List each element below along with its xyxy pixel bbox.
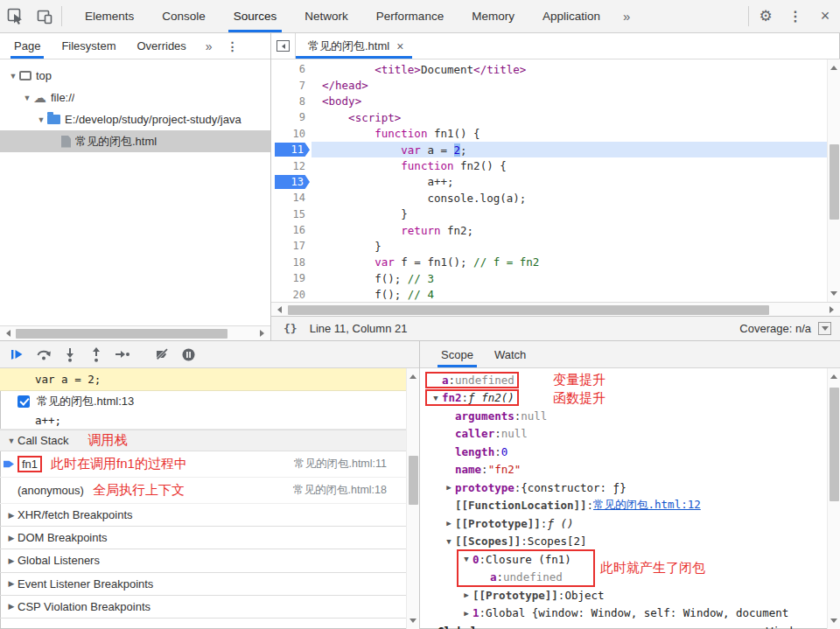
tree-item-file[interactable]: ▼☁file:// — [0, 87, 270, 108]
section-dom-breakpoints[interactable]: ▶DOM Breakpoints — [0, 527, 406, 549]
expanded-arrow-icon[interactable]: ▼ — [35, 115, 47, 124]
collapsed-arrow-icon[interactable]: ▶ — [5, 579, 18, 588]
code-line-7[interactable]: 7</head> — [271, 77, 840, 93]
more-panels-button[interactable]: » — [614, 0, 639, 32]
step-over-icon[interactable] — [32, 343, 56, 366]
expanded-arrow-icon[interactable]: ▼ — [5, 437, 18, 445]
gutter-line-8[interactable]: 8 — [271, 94, 312, 109]
scrollbar-thumb[interactable] — [288, 305, 769, 315]
tree-item-top[interactable]: ▼top — [0, 65, 270, 87]
code-line-10[interactable]: 10 function fn1() { — [271, 126, 840, 142]
code-line-15[interactable]: 15 } — [271, 206, 840, 222]
deactivate-breakpoints-icon[interactable] — [150, 343, 174, 366]
code-line-6[interactable]: 6 <title>Document</title> — [271, 61, 840, 77]
collapsed-arrow-icon[interactable]: ▶ — [460, 609, 472, 618]
scope-row-arguments[interactable]: arguments: null — [420, 407, 827, 425]
scope-row-scopes[interactable]: ▼[[Scopes]]: Scopes[2] — [420, 533, 827, 551]
collapsed-arrow-icon[interactable]: ▶ — [5, 511, 18, 520]
breakpoint-entry[interactable]: 常见的闭包.html:13 — [0, 391, 406, 411]
tree-item-file[interactable]: 常见的闭包.html — [0, 130, 270, 152]
navigator-kebab-icon[interactable]: ⋮ — [221, 33, 244, 59]
collapsed-arrow-icon[interactable]: ▶ — [460, 591, 472, 599]
coverage-icon[interactable] — [818, 322, 831, 335]
section-csp-violation-breakpoints[interactable]: ▶CSP Violation Breakpoints — [0, 596, 406, 619]
scope-row-name[interactable]: name: "fn2" — [420, 461, 827, 479]
gutter-line-12[interactable]: 12 — [271, 157, 312, 173]
gutter-line-18[interactable]: 18 — [271, 255, 312, 270]
gutter-line-10[interactable]: 10 — [271, 126, 312, 142]
expanded-arrow-icon[interactable]: ▼ — [443, 537, 455, 546]
close-devtools-button[interactable]: × — [810, 0, 840, 32]
scroll-right-icon[interactable] — [830, 306, 837, 313]
scroll-up-icon[interactable] — [830, 371, 837, 379]
section-global-listeners[interactable]: ▶Global Listeners — [0, 549, 406, 572]
step-icon[interactable] — [110, 343, 135, 366]
code-editor[interactable]: 6 <title>Document</title>7</head>8<body>… — [271, 59, 840, 302]
gutter-line-6[interactable]: 6 — [271, 61, 312, 77]
scope-row-caller[interactable]: caller: null — [420, 425, 827, 444]
settings-gear-icon[interactable]: ⚙ — [751, 0, 780, 32]
sidebar-horizontal-scrollbar[interactable] — [0, 325, 270, 340]
editor-horizontal-scrollbar[interactable] — [271, 302, 840, 316]
more-navigator-tabs-button[interactable]: » — [197, 33, 221, 59]
call-stack-frame-anonymous[interactable]: (anonymous)全局执行上下文常见的闭包.html:18 — [0, 478, 406, 504]
scroll-right-icon[interactable] — [260, 330, 268, 337]
navigator-tab-filesystem[interactable]: Filesystem — [51, 33, 126, 59]
code-line-16[interactable]: 16 return fn2; — [271, 222, 840, 238]
scope-row-length[interactable]: length: 0 — [420, 443, 827, 461]
main-tab-elements[interactable]: Elements — [71, 0, 148, 32]
scroll-left-icon[interactable] — [274, 306, 282, 313]
main-tab-performance[interactable]: Performance — [362, 0, 458, 32]
collapsed-arrow-icon[interactable]: ▶ — [443, 519, 455, 528]
gutter-line-19[interactable]: 19 — [271, 270, 312, 286]
call-stack-header[interactable]: ▼ Call Stack 调用栈 — [0, 430, 406, 451]
scroll-down-icon[interactable] — [830, 619, 837, 626]
gutter-line-13[interactable]: 13 — [271, 174, 312, 190]
main-tab-application[interactable]: Application — [528, 0, 614, 32]
scope-row-a[interactable]: a: undefined — [420, 371, 827, 389]
section-xhr-fetch-breakpoints[interactable]: ▶XHR/fetch Breakpoints — [0, 504, 406, 527]
gutter-line-16[interactable]: 16 — [271, 222, 312, 238]
code-line-14[interactable]: 14 console.log(a); — [271, 190, 840, 206]
debugger-vertical-scrollbar[interactable] — [406, 368, 419, 629]
scrollbar-thumb[interactable] — [830, 388, 839, 501]
scope-row-prototype[interactable]: ▶[[Prototype]]: ƒ () — [420, 514, 827, 533]
expanded-arrow-icon[interactable]: ▼ — [460, 555, 472, 563]
main-tab-console[interactable]: Console — [148, 0, 220, 32]
breakpoint-snippet-line11[interactable]: var a = 2; — [0, 368, 406, 391]
scroll-down-icon[interactable] — [410, 619, 416, 626]
gutter-line-15[interactable]: 15 — [271, 206, 312, 222]
code-line-12[interactable]: 12 function fn2() { — [271, 157, 840, 173]
call-stack-frame-fn1[interactable]: fn1此时在调用fn1的过程中常见的闭包.html:11 — [0, 451, 406, 478]
code-line-20[interactable]: 20 f(); // 4 — [271, 286, 840, 302]
section-event-listener-breakpoints[interactable]: ▶Event Listener Breakpoints — [0, 573, 406, 596]
scope-row-prototype[interactable]: ▶[[Prototype]]: Object — [420, 586, 827, 605]
code-line-8[interactable]: 8<body> — [271, 94, 840, 109]
expanded-arrow-icon[interactable]: ▼ — [21, 94, 33, 102]
breakpoint-checkbox[interactable] — [18, 395, 30, 408]
frame-location[interactable]: 常见的闭包.html:18 — [293, 483, 387, 498]
inspect-element-icon[interactable] — [0, 0, 30, 32]
gutter-line-11[interactable]: 11 — [271, 142, 312, 157]
scope-row-global[interactable]: ▶GlobalWindow — [420, 622, 827, 629]
scope-row-prototype[interactable]: ▶prototype: {constructor: ƒ} — [420, 479, 827, 497]
main-tab-sources[interactable]: Sources — [220, 0, 291, 32]
toggle-navigator-icon[interactable] — [271, 33, 296, 59]
main-tab-memory[interactable]: Memory — [458, 0, 528, 32]
editor-vertical-scrollbar[interactable] — [827, 59, 840, 302]
step-out-icon[interactable] — [84, 343, 108, 366]
code-line-9[interactable]: 9 <script> — [271, 109, 840, 125]
expanded-arrow-icon[interactable]: ▼ — [7, 72, 19, 80]
collapsed-arrow-icon[interactable]: ▶ — [443, 483, 455, 492]
pause-on-exceptions-icon[interactable] — [176, 343, 200, 366]
scrollbar-thumb[interactable] — [830, 144, 839, 220]
code-line-19[interactable]: 19 f(); // 3 — [271, 270, 840, 286]
scope-vertical-scrollbar[interactable] — [827, 368, 840, 629]
tree-item-edevelopstudyprojectstudyjava[interactable]: ▼E:/develop/study/project-study/java — [0, 108, 270, 130]
code-line-18[interactable]: 18 var f = fn1(); // f = fn2 — [271, 255, 840, 270]
pretty-print-icon[interactable]: {} — [284, 322, 298, 335]
gutter-line-17[interactable]: 17 — [271, 238, 312, 254]
scroll-up-icon[interactable] — [830, 62, 837, 70]
kebab-menu-icon[interactable]: ⋮ — [780, 0, 810, 32]
breakpoint-badge-13[interactable]: 13 — [275, 175, 310, 189]
